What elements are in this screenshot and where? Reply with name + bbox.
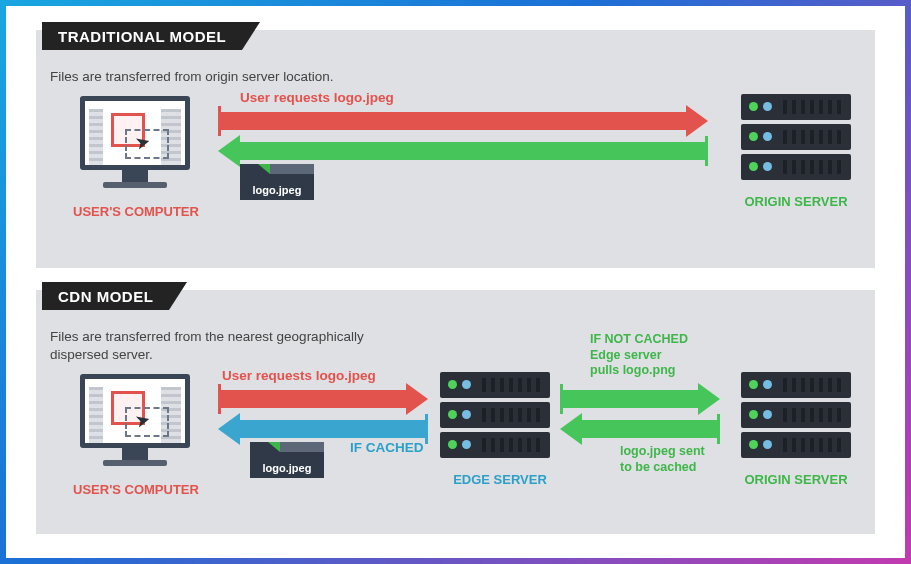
user-computer-label: USER'S COMPUTER	[56, 482, 216, 497]
arrow-edge-to-origin	[560, 390, 720, 408]
panel-desc-cdn: Files are transferred from the nearest g…	[50, 328, 370, 364]
note-sent-to-cache: logo.jpeg sent to be cached	[620, 444, 705, 475]
file-chip-label: logo.jpeg	[263, 462, 312, 474]
panel-desc-traditional: Files are transferred from origin server…	[50, 68, 350, 86]
file-chip: logo.jpeg	[250, 442, 324, 478]
arrow-request-label: User requests logo.jpeg	[240, 90, 394, 105]
origin-server-label: ORIGIN SERVER	[731, 472, 861, 487]
arrow-cached-label: IF CACHED	[350, 440, 424, 455]
panel-cdn: CDN MODEL Files are transferred from the…	[36, 290, 875, 534]
origin-server-label: ORIGIN SERVER	[731, 194, 861, 209]
stage-traditional: ➤ USER'S COMPUTER ORIGIN SERVER User req…	[50, 92, 861, 242]
stage-cdn: ➤ USER'S COMPUTER EDGE SERVER ORIGIN SER…	[50, 370, 861, 520]
arrow-response	[218, 142, 708, 160]
panel-tab-traditional: TRADITIONAL MODEL	[42, 22, 242, 50]
user-computer-icon: ➤	[70, 374, 200, 466]
origin-server-icon	[741, 372, 851, 462]
user-computer-label: USER'S COMPUTER	[56, 204, 216, 219]
edge-server-icon	[440, 372, 550, 462]
edge-server-label: EDGE SERVER	[440, 472, 560, 487]
user-computer-icon: ➤	[70, 96, 200, 188]
note-not-cached: IF NOT CACHED Edge server pulls logo.png	[590, 332, 688, 379]
arrow-request-edge-label: User requests logo.jpeg	[222, 368, 376, 383]
panel-tab-cdn: CDN MODEL	[42, 282, 169, 310]
arrow-request-edge	[218, 390, 428, 408]
arrow-cached-response	[218, 420, 428, 438]
file-chip: logo.jpeg	[240, 164, 314, 200]
arrow-origin-to-edge	[560, 420, 720, 438]
diagram-page: TRADITIONAL MODEL Files are transferred …	[6, 6, 905, 558]
panel-traditional: TRADITIONAL MODEL Files are transferred …	[36, 30, 875, 268]
origin-server-icon	[741, 94, 851, 184]
file-chip-label: logo.jpeg	[253, 184, 302, 196]
arrow-request	[218, 112, 708, 130]
